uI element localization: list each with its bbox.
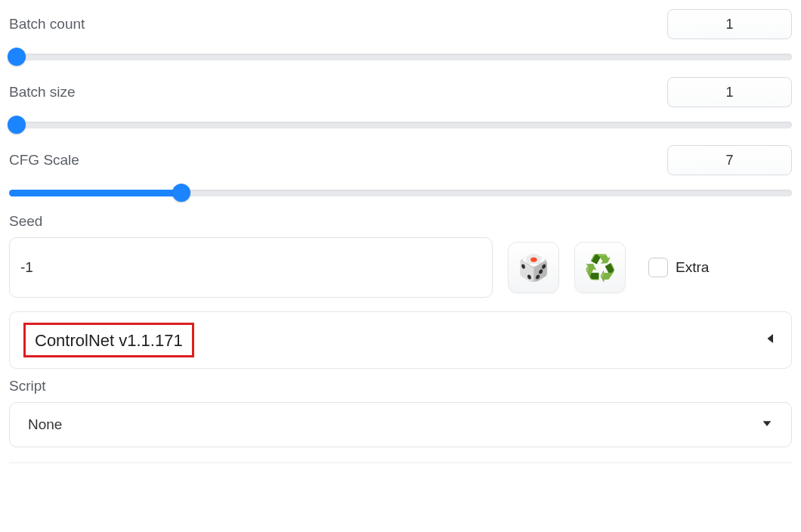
seed-label: Seed (9, 213, 792, 230)
seed-field: Seed 🎲 ♻️ Extra (9, 213, 792, 298)
script-field: Script None (9, 378, 792, 447)
batch-count-label: Batch count (9, 16, 85, 32)
script-selected-value: None (28, 416, 62, 433)
controlnet-highlight: ControlNet v1.1.171 (23, 323, 194, 357)
batch-size-label: Batch size (9, 84, 76, 101)
seed-randomize-button[interactable]: 🎲 (508, 242, 559, 293)
batch-size-field: Batch size (9, 77, 792, 131)
seed-extra-label: Extra (676, 259, 709, 276)
seed-input[interactable] (9, 237, 493, 298)
script-label: Script (9, 378, 792, 394)
cfg-scale-input[interactable] (667, 145, 792, 175)
controlnet-title: ControlNet v1.1.171 (35, 331, 183, 350)
seed-extra-toggle[interactable]: Extra (648, 258, 709, 277)
batch-count-slider[interactable] (9, 50, 792, 63)
batch-count-field: Batch count (9, 9, 792, 63)
batch-count-input[interactable] (667, 9, 792, 39)
batch-size-input[interactable] (667, 77, 792, 107)
recycle-icon: ♻️ (584, 252, 616, 283)
seed-reuse-button[interactable]: ♻️ (574, 242, 626, 293)
dice-icon: 🎲 (518, 252, 549, 283)
seed-extra-checkbox[interactable] (648, 258, 668, 277)
cfg-scale-label: CFG Scale (9, 152, 79, 169)
cfg-scale-field: CFG Scale (9, 145, 792, 200)
batch-size-slider[interactable] (9, 118, 792, 131)
divider (9, 462, 792, 463)
chevron-left-icon (764, 332, 778, 349)
script-select[interactable]: None (9, 402, 792, 447)
caret-down-icon (761, 416, 773, 433)
cfg-scale-slider[interactable] (9, 186, 792, 200)
controlnet-accordion[interactable]: ControlNet v1.1.171 (9, 311, 792, 369)
